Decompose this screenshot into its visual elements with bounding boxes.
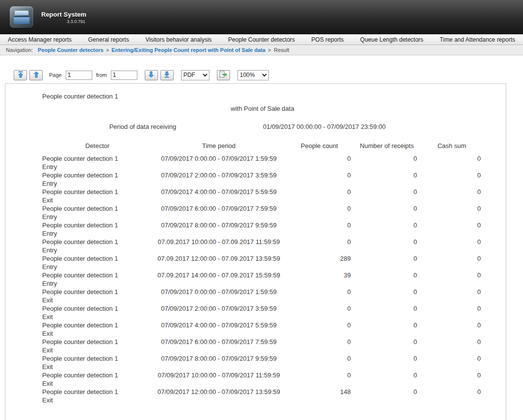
detector-cell: People counter detection 1 Entry [42, 171, 153, 188]
detector-cell: People counter detection 1 Entry [42, 238, 153, 254]
people-count-value: 0 [285, 221, 354, 229]
breadcrumb-link-report[interactable]: Entering/Exiting People Count report wit… [111, 47, 265, 53]
detector-cell: People counter detection 1 Entry [42, 221, 153, 238]
cash-sum-value: 0 [420, 238, 484, 246]
time-period-cell: 07.09.2017 14:00:00 - 07.09.2017 15:59:5… [153, 271, 285, 279]
receipts-value: 0 [354, 171, 420, 179]
people-count-value: 0 [285, 154, 354, 163]
detector-cell: People counter detection 1 Entry [42, 204, 153, 221]
zoom-select[interactable]: 100% [237, 70, 269, 80]
detector-direction: Entry [42, 246, 153, 254]
detector-name: People counter detection 1 [42, 221, 153, 229]
people-count-value: 0 [285, 338, 354, 346]
receipts-value: 0 [354, 388, 420, 396]
last-page-button[interactable] [160, 70, 174, 80]
detector-direction: Exit [42, 379, 153, 388]
time-period-cell: 07/09/2017 0:00:00 - 07/09/2017 1:59:59 [153, 154, 285, 163]
detector-cell: People counter detection 1 Entry [42, 271, 153, 288]
detector-cell: People counter detection 1 Exit [42, 354, 153, 371]
report-page: People counter detection 1 with Point of… [5, 83, 506, 420]
time-period-cell: 07/09/2017 4:00:00 - 07/09/2017 5:59:59 [153, 188, 285, 196]
time-period-cell: 07/09/2017 12:00:00 - 07/09/2017 13:59:5… [153, 388, 285, 396]
arrow-up-icon [33, 71, 39, 79]
app-title-block: Report System 3.3.0.791 [41, 11, 86, 24]
detector-name: People counter detection 1 [42, 371, 153, 379]
receipts-value: 0 [354, 254, 420, 263]
people-count-value: 0 [285, 354, 354, 363]
from-label: from [96, 72, 107, 78]
menu-item-general-reports[interactable]: General reports [86, 35, 131, 44]
total-pages-input[interactable] [111, 71, 137, 80]
receipts-value: 0 [354, 188, 420, 196]
detector-name: People counter detection 1 [42, 338, 153, 346]
detector-cell: People counter detection 1 Exit [42, 338, 153, 354]
page-input[interactable] [66, 71, 92, 80]
people-count-value: 289 [285, 254, 354, 263]
detector-name: People counter detection 1 [42, 388, 153, 396]
detector-direction: Exit [42, 396, 153, 404]
table-row: People counter detection 1 Exit 07/09/20… [42, 304, 483, 321]
detector-direction: Exit [42, 296, 153, 304]
table-row: People counter detection 1 Entry 07.09.2… [42, 254, 483, 271]
menu-item-time-and-attendance-reports[interactable]: Time and Attendance reports [438, 35, 517, 44]
table-row: People counter detection 1 Exit 07/09/20… [42, 388, 483, 404]
time-period-cell: 07/09/2017 2:00:00 - 07/09/2017 3:59:59 [153, 171, 285, 179]
menu-item-queue-length-detectors[interactable]: Queue Length detectors [358, 35, 425, 44]
export-format-select[interactable]: PDF [181, 70, 209, 80]
table-row: People counter detection 1 Entry 07/09/2… [42, 204, 483, 221]
cash-sum-value: 0 [420, 204, 484, 213]
receipts-value: 0 [354, 221, 420, 229]
menu-item-people-counter-detectors[interactable]: People Counter detectors [226, 35, 297, 44]
app-logo-icon [10, 6, 33, 28]
detector-cell: People counter detection 1 Entry [42, 154, 153, 171]
time-period-cell: 07/09/2017 10:00:00 - 07/09/2017 11:59:5… [153, 371, 285, 379]
people-count-value: 0 [285, 238, 354, 246]
first-page-button[interactable] [14, 70, 27, 80]
app-header: Report System 3.3.0.791 [0, 0, 523, 34]
cash-sum-value: 0 [420, 188, 484, 196]
page-label: Page [49, 72, 62, 78]
detector-direction: Entry [42, 263, 153, 271]
cash-sum-value: 0 [420, 321, 484, 329]
detector-name: People counter detection 1 [42, 288, 153, 296]
menu-item-visitors-behavior-analysis[interactable]: Visitors behavior analysis [143, 35, 213, 44]
app-title: Report System [41, 11, 86, 18]
table-row: People counter detection 1 Entry 07.09.2… [42, 238, 483, 254]
detector-direction: Exit [42, 346, 153, 354]
detector-cell: People counter detection 1 Exit [42, 371, 153, 388]
detector-direction: Exit [42, 196, 153, 204]
cash-sum-value: 0 [420, 304, 484, 313]
breadcrumb-link-people-counter-detectors[interactable]: People Counter detectors [38, 47, 104, 53]
export-button[interactable] [217, 70, 230, 80]
people-count-value: 148 [285, 388, 354, 396]
time-period-cell: 07.09.2017 12:00:00 - 07.09.2017 13:59:5… [153, 254, 285, 263]
breadcrumb-separator: > [268, 47, 271, 53]
menu-item-access-manager-reports[interactable]: Access Manager reports [6, 35, 74, 44]
cash-sum-value: 0 [420, 254, 484, 263]
period-label: Period of data receiving [42, 123, 243, 131]
next-page-button[interactable] [145, 70, 158, 80]
table-header-row: Detector Time period People count Number… [42, 142, 483, 150]
detector-name: People counter detection 1 [42, 254, 153, 263]
breadcrumb-current: Result [274, 47, 289, 53]
receipts-value: 0 [354, 371, 420, 379]
time-period-cell: 07/09/2017 0:00:00 - 07/09/2017 1:59:59 [153, 288, 285, 296]
prev-page-button[interactable] [29, 70, 43, 80]
receipts-value: 0 [354, 271, 420, 279]
detector-cell: People counter detection 1 Exit [42, 188, 153, 204]
receipts-value: 0 [354, 354, 420, 363]
receipts-value: 0 [354, 204, 420, 213]
menu-item-pos-reports[interactable]: POS reports [310, 35, 346, 44]
detector-cell: People counter detection 1 Exit [42, 321, 153, 338]
menu-bar: Access Manager reports General reports V… [0, 34, 523, 45]
arrow-down-to-bottom-icon [164, 71, 170, 79]
people-count-value: 39 [285, 271, 354, 279]
cash-sum-value: 0 [420, 354, 484, 363]
table-row: People counter detection 1 Entry 07/09/2… [42, 171, 483, 188]
report-subtitle: with Point of Sale data [42, 104, 483, 113]
detector-cell: People counter detection 1 Entry [42, 254, 153, 271]
report-toolbar: Page from PDF 100% [14, 70, 523, 80]
detector-name: People counter detection 1 [42, 154, 153, 163]
table-row: People counter detection 1 Exit 07/09/20… [42, 371, 483, 388]
export-icon [219, 71, 228, 79]
